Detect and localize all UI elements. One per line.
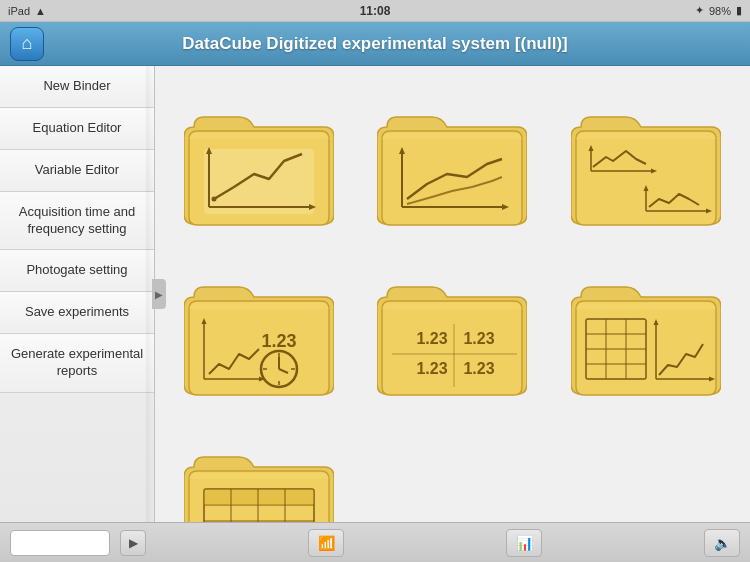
- sidebar-item-new-binder[interactable]: New Binder: [0, 66, 154, 108]
- wifi-button[interactable]: 📶: [308, 529, 344, 557]
- home-icon: ⌂: [22, 33, 33, 54]
- bottom-toolbar: ▶ 📶 📊 🔈: [0, 522, 750, 562]
- folder-wave-chart[interactable]: [557, 86, 735, 241]
- bottom-search-input[interactable]: [10, 530, 110, 556]
- status-time: 11:08: [360, 4, 391, 18]
- sidebar-item-variable-editor[interactable]: Variable Editor: [0, 150, 154, 192]
- app-title: DataCube Digitized experimental system […: [54, 34, 696, 54]
- home-button[interactable]: ⌂: [10, 27, 44, 61]
- svg-point-5: [212, 196, 217, 201]
- sidebar-item-generate-reports[interactable]: Generate experimental reports: [0, 334, 154, 393]
- status-right: ✦ 98% ▮: [695, 4, 742, 17]
- sidebar-item-save-experiments[interactable]: Save experiments: [0, 292, 154, 334]
- folder-multi-line-chart[interactable]: [363, 86, 541, 241]
- status-left: iPad ▲: [8, 5, 46, 17]
- svg-text:1.23: 1.23: [262, 331, 297, 351]
- status-bar: iPad ▲ 11:08 ✦ 98% ▮: [0, 0, 750, 22]
- ipad-label: iPad: [8, 5, 30, 17]
- content-area: 1.23 1.23 1.23 1.23: [155, 66, 750, 522]
- folder-line-chart[interactable]: [170, 86, 348, 241]
- chart-icon: 📊: [516, 535, 533, 551]
- main-layout: New Binder Equation Editor Variable Edit…: [0, 66, 750, 522]
- sidebar-toggle[interactable]: ▶: [152, 279, 166, 309]
- title-bar: ⌂ DataCube Digitized experimental system…: [0, 22, 750, 66]
- sidebar-item-equation-editor[interactable]: Equation Editor: [0, 108, 154, 150]
- sidebar-item-acquisition-time[interactable]: Acquisition time and frequency setting: [0, 192, 154, 251]
- svg-text:1.23: 1.23: [417, 360, 448, 377]
- speaker-button[interactable]: 🔈: [704, 529, 740, 557]
- battery-label: 98%: [709, 5, 731, 17]
- svg-text:1.23: 1.23: [417, 330, 448, 347]
- wifi-icon: ▲: [35, 5, 46, 17]
- folder-numeric-clock[interactable]: 1.23: [170, 256, 348, 411]
- sidebar: New Binder Equation Editor Variable Edit…: [0, 66, 155, 522]
- arrow-icon: ▶: [129, 536, 138, 550]
- bottom-arrow-button[interactable]: ▶: [120, 530, 146, 556]
- svg-rect-0: [204, 149, 314, 214]
- chart-button[interactable]: 📊: [506, 529, 542, 557]
- folder-table-only[interactable]: [170, 426, 348, 522]
- speaker-icon: 🔈: [714, 535, 731, 551]
- svg-rect-50: [204, 489, 314, 505]
- svg-text:1.23: 1.23: [464, 360, 495, 377]
- battery-icon: ▮: [736, 4, 742, 17]
- sidebar-item-photogate-setting[interactable]: Photogate setting: [0, 250, 154, 292]
- svg-text:1.23: 1.23: [464, 330, 495, 347]
- wifi-icon: 📶: [318, 535, 335, 551]
- bluetooth-icon: ✦: [695, 4, 704, 17]
- folder-table-line[interactable]: [557, 256, 735, 411]
- folder-numeric-grid[interactable]: 1.23 1.23 1.23 1.23: [363, 256, 541, 411]
